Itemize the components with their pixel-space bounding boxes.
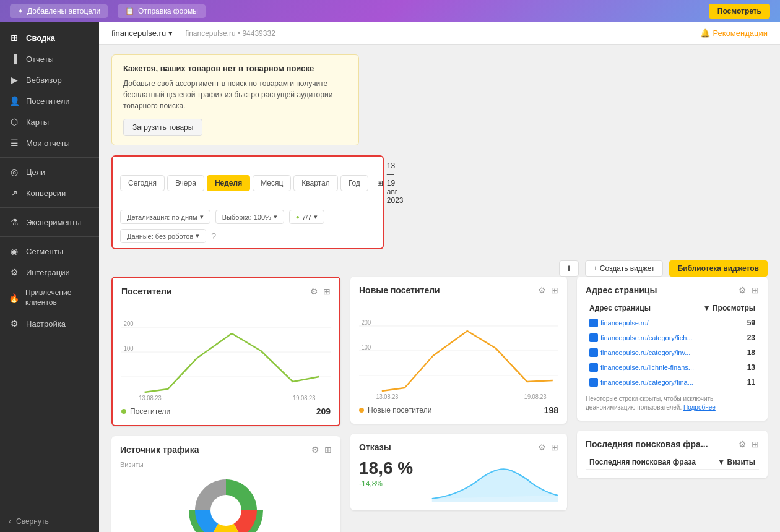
last-search-icons: ⚙ ⊞ (739, 439, 759, 449)
bounces-widget: Отказы ⚙ ⊞ 18,6 % -14,8% (350, 434, 567, 510)
addr-link[interactable]: financepulse.ru/category/inv... (600, 349, 690, 356)
sidebar-item-svodka[interactable]: ⊞ Сводка (0, 27, 99, 48)
sidebar: ⊞ Сводка ▐ Отчеты ▶ Вебвизор 👤 Посетител… (0, 22, 99, 532)
traffic-title: Источник трафика (120, 445, 199, 455)
sidebar-item-privlechenie[interactable]: 🔥 Привлечение клиентов (0, 283, 99, 313)
new-visitors-title: Новые посетители (359, 285, 440, 295)
sidebar-item-eksperimenty[interactable]: ⚗ Эксперименты (0, 212, 99, 233)
svg-text:200: 200 (362, 319, 371, 326)
address-title: Адрес страницы (586, 285, 657, 295)
addr-link[interactable]: financepulse.ru/lichnie-finans... (600, 364, 694, 371)
filter-row: Детализация: по дням ▾ Выборка: 100% ▾ ●… (120, 210, 375, 243)
tab-quarter[interactable]: Квартал (293, 175, 337, 191)
tab-today[interactable]: Сегодня (120, 175, 165, 191)
bounces-stats: 18,6 % -14,8% (359, 458, 413, 488)
hidden-rows-link[interactable]: Подробнее (683, 404, 716, 411)
grid-nv-icon[interactable]: ⊞ (551, 285, 558, 295)
sidebar-item-tseli[interactable]: ◎ Цели (0, 161, 99, 182)
svg-text:19.08.23: 19.08.23 (524, 393, 547, 400)
visitors-widget: Посетители ⚙ ⊞ 200 (111, 277, 340, 426)
divider-3 (0, 236, 99, 237)
star-icon: ✦ (17, 7, 24, 15)
top-banner-cta: Посмотреть (709, 4, 770, 19)
addr-cell: financepulse.ru/category/inv... (586, 345, 699, 360)
tab-year[interactable]: Год (340, 175, 368, 191)
create-widget-button[interactable]: + Создать виджет (585, 260, 662, 277)
visitors-chart: 200 100 13.08.23 19.08.23 (121, 302, 331, 401)
visitors-widget-icons: ⚙ ⊞ (310, 286, 331, 296)
chevron-left-icon: ‹ (9, 517, 11, 526)
filter-sample[interactable]: Выборка: 100% ▾ (215, 210, 284, 224)
sidebar-item-karty[interactable]: ⬡ Карты (0, 111, 99, 132)
filter-robots[interactable]: Данные: без роботов ▾ (120, 229, 206, 243)
recommendations-button[interactable]: 🔔 Рекомендации (700, 28, 768, 38)
divider-1 (0, 157, 99, 158)
sidebar-item-konversii[interactable]: ↗ Конверсии (0, 182, 99, 204)
address-table: Адрес страницы ▼ Просмотры financepulse.… (586, 301, 759, 390)
addr-cell: financepulse.ru/category/lich... (586, 330, 699, 345)
sidebar-item-segmenty[interactable]: ◉ Сегменты (0, 241, 99, 262)
grid-traffic-icon[interactable]: ⊞ (324, 445, 332, 455)
top-banner: ✦ Добавлены автоцели 📋 Отправка формы По… (0, 0, 780, 22)
sidebar-item-nastrojka[interactable]: ⚙ Настройка (0, 313, 99, 334)
svg-text:19.08.23: 19.08.23 (293, 395, 316, 401)
load-goods-button[interactable]: Загрузить товары (123, 119, 202, 136)
sidebar-item-integratsii[interactable]: ⚙ Интеграции (0, 262, 99, 283)
chevron-down-icon: ▾ (168, 28, 173, 38)
grid-addr-icon[interactable]: ⊞ (752, 285, 759, 295)
notification-text: Добавьте свой ассортимент в поиск по тов… (123, 78, 347, 111)
tab-yesterday[interactable]: Вчера (167, 175, 204, 191)
grid-widget-icon[interactable]: ⊞ (323, 286, 331, 296)
settings-icon: ⚙ (9, 319, 20, 328)
settings-ls-icon[interactable]: ⚙ (739, 439, 747, 449)
export-button[interactable]: ⬆ (559, 260, 579, 277)
traffic-icons: ⚙ ⊞ (311, 445, 332, 455)
view-button[interactable]: Посмотреть (709, 4, 770, 19)
bounces-value: 18,6 % (359, 458, 413, 478)
sidebar-item-otchety[interactable]: ▐ Отчеты (0, 48, 99, 69)
addr-link[interactable]: financepulse.ru/category/lich... (600, 334, 693, 341)
bell-icon: 🔔 (700, 28, 710, 38)
library-button[interactable]: Библиотека виджетов (669, 260, 768, 277)
sidebar-item-vebvizor[interactable]: ▶ Вебвизор (0, 69, 99, 90)
svg-text:13.08.23: 13.08.23 (139, 395, 162, 401)
svg-text:200: 200 (124, 320, 134, 327)
tab-month[interactable]: Месяц (253, 175, 291, 191)
new-visitors-legend: Новые посетители (359, 406, 431, 414)
addr-link[interactable]: financepulse.ru/ (600, 319, 649, 327)
sidebar-item-moi-otchety[interactable]: ☰ Мои отчеты (0, 132, 99, 153)
chevron-down-icon: ▾ (274, 213, 277, 221)
last-search-title: Последняя поисковая фра... (586, 439, 708, 449)
conversion-icon: ↗ (9, 188, 20, 198)
traffic-subtitle: Визиты (120, 461, 332, 468)
sidebar-item-posetiteli[interactable]: 👤 Посетители (0, 90, 99, 111)
page-icon (589, 348, 598, 357)
divider-2 (0, 207, 99, 208)
settings-addr-icon[interactable]: ⚙ (739, 285, 747, 295)
main-content: financepulse.ru ▾ financepulse.ru • 9443… (99, 22, 780, 532)
bounces-title: Отказы (359, 442, 391, 452)
site-selector[interactable]: financepulse.ru ▾ (111, 28, 173, 38)
bar-chart-icon: ▐ (9, 54, 20, 64)
target-icon: ◎ (9, 167, 20, 177)
settings-widget-icon[interactable]: ⚙ (310, 286, 318, 296)
settings-traffic-icon[interactable]: ⚙ (311, 445, 319, 455)
report-icon: ☰ (9, 138, 20, 148)
views-cell: 11 (699, 375, 759, 390)
grid-bounce-icon[interactable]: ⊞ (551, 442, 558, 452)
segment-icon: ◉ (9, 246, 20, 256)
grid-ls-icon[interactable]: ⊞ (752, 439, 759, 449)
tab-week[interactable]: Неделя (207, 175, 250, 191)
collapse-button[interactable]: ‹ Свернуть (0, 511, 99, 532)
form-send-button[interactable]: 📋 Отправка формы (118, 4, 206, 18)
filter-detail[interactable]: Детализация: по дням ▾ (120, 210, 210, 224)
addr-link[interactable]: financepulse.ru/category/fina... (600, 379, 693, 386)
autoceli-button[interactable]: ✦ Добавлены автоцели (10, 4, 108, 18)
header-right: 🔔 Рекомендации (700, 28, 768, 38)
new-visitors-header: Новые посетители ⚙ ⊞ (359, 285, 558, 295)
filter-segments[interactable]: ● 7/7 ▾ (289, 210, 324, 224)
settings-bounce-icon[interactable]: ⚙ (538, 442, 546, 452)
views-cell: 23 (699, 330, 759, 345)
widgets-area: Посетители ⚙ ⊞ 200 (99, 277, 780, 532)
settings-nv-icon[interactable]: ⚙ (538, 285, 546, 295)
